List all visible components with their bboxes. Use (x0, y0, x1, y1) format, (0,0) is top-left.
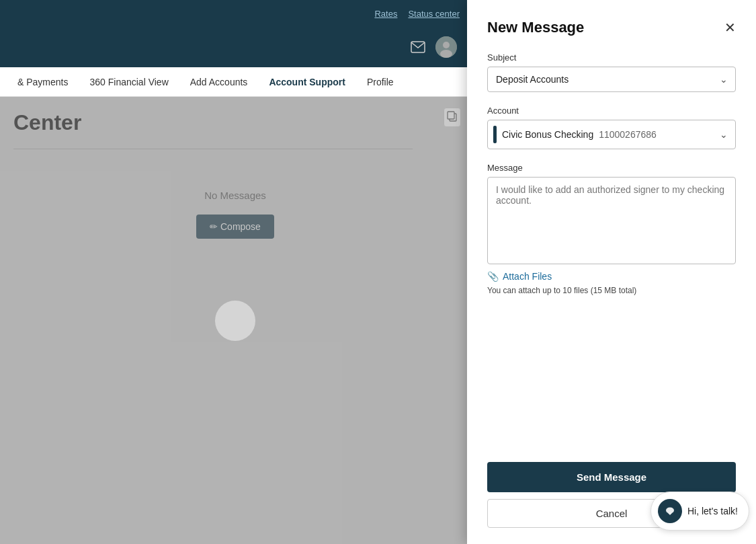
subject-field-wrapper: Deposit Accounts ⌄ (487, 67, 736, 92)
avatar[interactable] (435, 36, 457, 58)
nav-payments[interactable]: & Payments (7, 69, 79, 95)
rates-link[interactable]: Rates (374, 9, 397, 19)
nav-add-accounts[interactable]: Add Accounts (179, 69, 259, 95)
attach-files-link[interactable]: Attach Files (503, 271, 552, 282)
message-textarea[interactable] (487, 177, 736, 264)
account-field-wrapper[interactable]: Civic Bonus Checking 11000267686 ⌄ (487, 120, 736, 149)
spinner (215, 301, 255, 341)
svg-rect-0 (411, 42, 425, 52)
nav-account-support[interactable]: Account Support (258, 69, 356, 95)
panel-title: New Message (487, 19, 584, 36)
status-center-link[interactable]: Status center (408, 9, 460, 19)
attach-note: You can attach up to 10 files (15 MB tot… (487, 286, 736, 295)
nav-bar: & Payments 360 Financial View Add Accoun… (0, 67, 470, 97)
subject-label: Subject (487, 52, 736, 63)
mail-icon[interactable] (409, 38, 427, 56)
subject-select[interactable]: Deposit Accounts (487, 67, 736, 92)
new-message-panel: New Message ✕ Subject Deposit Accounts ⌄… (467, 0, 756, 544)
panel-header: New Message ✕ (487, 19, 736, 36)
nav-360[interactable]: 360 Financial View (79, 69, 179, 95)
attachment-icon: 📎 (487, 271, 499, 282)
nav-profile[interactable]: Profile (356, 69, 405, 95)
chat-bubble-text: Hi, let's talk! (687, 506, 738, 516)
svg-point-3 (440, 50, 452, 58)
account-name: Civic Bonus Checking (502, 129, 593, 140)
chat-bubble[interactable]: Hi, let's talk! (650, 492, 749, 531)
svg-point-2 (443, 42, 450, 48)
loading-overlay (0, 97, 470, 544)
send-message-button[interactable]: Send Message (487, 462, 736, 492)
attach-row: 📎 Attach Files (487, 271, 736, 282)
top-bar: Rates Status center (0, 0, 470, 27)
account-indicator (493, 126, 497, 143)
close-button[interactable]: ✕ (724, 21, 736, 34)
chat-icon (658, 499, 682, 523)
message-label: Message (487, 163, 736, 173)
header-bar (0, 27, 470, 67)
account-select[interactable]: Civic Bonus Checking 11000267686 (487, 120, 736, 149)
svg-point-7 (666, 508, 674, 514)
account-label: Account (487, 106, 736, 116)
account-number: 11000267686 (599, 129, 657, 140)
